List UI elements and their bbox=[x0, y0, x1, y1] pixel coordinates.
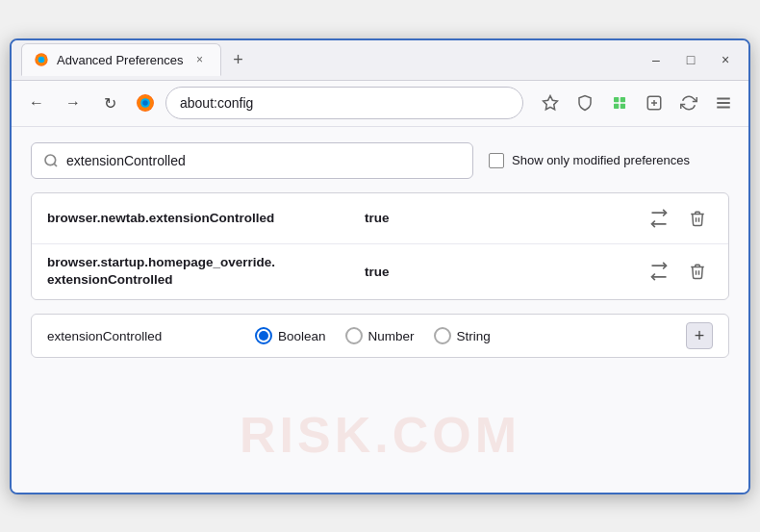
delete-button-2[interactable] bbox=[682, 256, 713, 287]
active-tab[interactable]: Advanced Preferences × bbox=[21, 43, 221, 76]
number-option[interactable]: Number bbox=[345, 327, 415, 344]
window-controls: – □ × bbox=[643, 46, 739, 73]
string-label: String bbox=[457, 329, 491, 343]
forward-button[interactable]: → bbox=[58, 88, 89, 118]
string-radio-circle[interactable] bbox=[434, 327, 451, 344]
boolean-label: Boolean bbox=[278, 329, 326, 343]
toggle-button-2[interactable] bbox=[644, 256, 674, 287]
back-button[interactable]: ← bbox=[21, 88, 52, 118]
svg-marker-5 bbox=[544, 96, 558, 110]
toggle-button-1[interactable] bbox=[644, 203, 674, 234]
pref-value-1: true bbox=[365, 211, 644, 225]
svg-point-4 bbox=[142, 100, 148, 106]
browser-window: Advanced Preferences × + – □ × ← → ↻ abo… bbox=[10, 38, 750, 494]
close-button[interactable]: × bbox=[712, 46, 739, 73]
svg-point-16 bbox=[45, 155, 56, 165]
firefox-logo bbox=[135, 92, 156, 114]
reload-button[interactable]: ↻ bbox=[94, 88, 125, 118]
maximize-button[interactable]: □ bbox=[677, 46, 704, 73]
svg-line-17 bbox=[54, 164, 57, 166]
preference-search-box[interactable] bbox=[31, 142, 473, 179]
menu-button[interactable] bbox=[708, 88, 739, 118]
preferences-table: browser.newtab.extensionControlled true bbox=[31, 192, 729, 301]
trash-icon bbox=[689, 210, 706, 227]
watermark: RISK.COM bbox=[240, 406, 520, 464]
string-option[interactable]: String bbox=[434, 327, 491, 344]
tab-bar: Advanced Preferences × + bbox=[21, 43, 643, 76]
svg-rect-9 bbox=[621, 104, 625, 109]
bookmark-star-button[interactable] bbox=[535, 88, 566, 118]
title-bar: Advanced Preferences × + – □ × bbox=[12, 40, 748, 81]
svg-rect-8 bbox=[614, 104, 619, 109]
show-modified-checkbox-label[interactable]: Show only modified preferences bbox=[489, 153, 690, 168]
search-row: Show only modified preferences bbox=[31, 142, 729, 179]
search-icon bbox=[43, 153, 59, 168]
pref-actions-1 bbox=[644, 203, 713, 234]
content-area: RISK.COM Show only modified preferences … bbox=[12, 127, 748, 493]
minimize-button[interactable]: – bbox=[643, 46, 670, 73]
sync-button[interactable] bbox=[673, 88, 704, 118]
new-preference-row: extensionControlled Boolean Number Strin… bbox=[31, 314, 729, 358]
pref-name-2: browser.startup.homepage_override. exten… bbox=[47, 254, 365, 291]
arrows-icon bbox=[649, 209, 669, 228]
number-label: Number bbox=[368, 329, 415, 343]
new-pref-name: extensionControlled bbox=[47, 329, 240, 343]
profile-button[interactable] bbox=[639, 88, 670, 118]
pref-name-1: browser.newtab.extensionControlled bbox=[47, 211, 365, 225]
tab-label: Advanced Preferences bbox=[57, 53, 184, 67]
nav-icons bbox=[535, 88, 739, 118]
show-modified-label: Show only modified preferences bbox=[512, 153, 690, 167]
table-row: browser.newtab.extensionControlled true bbox=[32, 193, 728, 244]
trash-icon-2 bbox=[689, 263, 706, 280]
arrows-icon-2 bbox=[649, 262, 669, 281]
new-tab-button[interactable]: + bbox=[225, 46, 252, 73]
number-radio-circle[interactable] bbox=[345, 327, 363, 344]
svg-point-1 bbox=[38, 57, 45, 63]
search-input[interactable] bbox=[66, 153, 461, 168]
pref-value-2: true bbox=[365, 265, 644, 279]
delete-button-1[interactable] bbox=[682, 203, 713, 234]
table-row: browser.startup.homepage_override. exten… bbox=[32, 244, 728, 300]
boolean-option[interactable]: Boolean bbox=[255, 327, 326, 344]
extensions-button[interactable] bbox=[604, 88, 635, 118]
show-modified-checkbox[interactable] bbox=[489, 153, 504, 168]
pref-actions-2 bbox=[644, 256, 713, 287]
nav-bar: ← → ↻ about:config bbox=[12, 81, 748, 127]
shield-button[interactable] bbox=[570, 88, 600, 118]
type-radio-group: Boolean Number String bbox=[255, 327, 671, 344]
tab-favicon bbox=[34, 52, 49, 67]
svg-rect-7 bbox=[621, 97, 625, 102]
address-bar[interactable]: about:config bbox=[165, 87, 523, 119]
svg-rect-6 bbox=[614, 97, 619, 102]
add-preference-button[interactable]: + bbox=[686, 322, 713, 349]
boolean-radio-circle[interactable] bbox=[255, 327, 272, 344]
tab-close-button[interactable]: × bbox=[191, 51, 209, 68]
address-text: about:config bbox=[180, 95, 253, 111]
